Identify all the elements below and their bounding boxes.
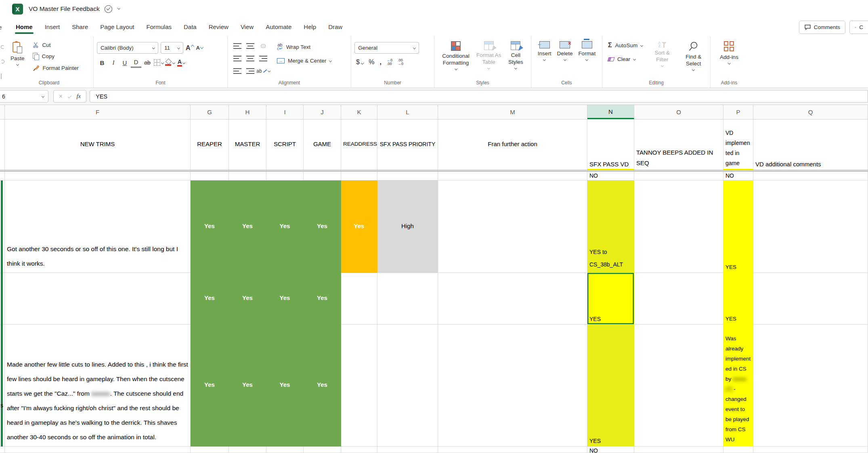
cell-K-row1[interactable]: Yes	[341, 180, 377, 273]
tab-draw[interactable]: Draw	[322, 19, 348, 35]
align-bottom-button[interactable]	[261, 44, 266, 48]
cell-O-header[interactable]: TANNOY BEEPS ADDED IN SEQ	[634, 120, 723, 170]
column-header-N[interactable]: N	[587, 105, 634, 119]
borders-button[interactable]	[153, 57, 164, 68]
paste-button[interactable]: Paste	[8, 40, 27, 78]
cell-N-row1[interactable]: YES to CS_38b_ALT	[587, 180, 634, 273]
cell-M-subheader[interactable]	[438, 172, 587, 180]
cell-L-header[interactable]: SFX PASS PRIORITY	[377, 120, 438, 170]
cell-H-row1[interactable]: Yes	[229, 180, 266, 273]
cell-J-subheader[interactable]	[304, 172, 341, 180]
cell-margin-header[interactable]	[0, 120, 5, 170]
cell-P-subheader[interactable]: NO	[723, 172, 753, 180]
cell-Q-header[interactable]: VD additional comments	[753, 120, 868, 170]
cell-P-row3[interactable]: Was already implemented in CS by xxxxx (…	[723, 325, 753, 447]
orientation-button[interactable]: ab	[256, 68, 270, 74]
cell-N-row3[interactable]: YES	[587, 325, 634, 447]
insert-cells-button[interactable]: ← Insert	[535, 40, 554, 78]
find-select-button[interactable]: Find & Select	[680, 40, 707, 78]
cell-F-row2[interactable]	[5, 273, 191, 325]
font-color-button[interactable]: A	[176, 57, 187, 68]
align-right-button[interactable]	[259, 55, 267, 62]
chevron-down-icon[interactable]	[117, 7, 120, 10]
formula-input[interactable]: YES	[90, 90, 868, 103]
increase-font-button[interactable]: A	[186, 44, 194, 52]
document-title[interactable]: VO Master File Feedback	[29, 5, 100, 13]
increase-indent-button[interactable]	[246, 68, 254, 74]
cell-Q-row3[interactable]	[753, 325, 868, 447]
cell-I-row2[interactable]: Yes	[266, 273, 304, 325]
comments-button[interactable]: Comments	[799, 21, 845, 34]
name-box[interactable]: 6	[0, 90, 48, 103]
column-header-Q[interactable]: Q	[753, 105, 868, 119]
cut-button[interactable]: Cut	[31, 40, 80, 49]
cell-I-row1[interactable]: Yes	[266, 180, 304, 273]
cell-P-row1[interactable]: YES	[723, 180, 753, 273]
cell-N-row2[interactable]: YES	[587, 273, 634, 325]
column-header-P[interactable]: P	[723, 105, 753, 119]
tab-automate[interactable]: Automate	[260, 19, 298, 35]
align-top-button[interactable]	[233, 43, 241, 49]
percent-button[interactable]: %	[369, 59, 374, 66]
cell-K-row4[interactable]	[341, 447, 377, 453]
column-header-O[interactable]: O	[634, 105, 723, 119]
comma-style-button[interactable]: ,	[380, 60, 382, 64]
tab-help[interactable]: Help	[298, 19, 322, 35]
column-header-M[interactable]: M	[438, 105, 587, 119]
cell-L-row2[interactable]	[377, 273, 438, 325]
cell-F-subheader[interactable]	[5, 172, 191, 180]
tab-view[interactable]: View	[235, 19, 260, 35]
align-center-button[interactable]	[246, 55, 254, 62]
cell-G-row3[interactable]: Yes	[191, 325, 229, 447]
number-format-select[interactable]: General	[354, 42, 419, 54]
cell-F-row3[interactable]: Made another few little cuts to lines. A…	[5, 325, 191, 447]
sort-filter-button[interactable]: AZ Sort & Filter	[650, 40, 674, 78]
cell-Q-row2[interactable]	[753, 273, 868, 325]
font-size-select[interactable]: 11	[161, 42, 183, 54]
tab-insert[interactable]: Insert	[39, 19, 66, 35]
wrap-text-button[interactable]: abc↵ Wrap Text	[275, 42, 333, 52]
decrease-indent-button[interactable]	[233, 68, 241, 74]
column-header-G[interactable]: G	[191, 105, 229, 119]
strikethrough-button[interactable]: ab	[142, 57, 153, 68]
column-header-I[interactable]: I	[266, 105, 304, 119]
cell-O-row3[interactable]	[634, 325, 723, 447]
tab-formulas[interactable]: Formulas	[140, 19, 178, 35]
cell-H-header[interactable]: MASTER	[229, 120, 266, 170]
cell-J-row1[interactable]: Yes	[304, 180, 341, 273]
cell-H-subheader[interactable]	[229, 172, 266, 180]
cell-N-header[interactable]: SFX PASS VD	[587, 120, 634, 170]
cell-I-row4[interactable]	[266, 447, 304, 453]
cell-Q-row4[interactable]	[753, 447, 868, 453]
column-header-F[interactable]: F	[5, 105, 191, 119]
underline-button[interactable]: U	[120, 57, 130, 68]
format-as-table-button[interactable]: Format As Table	[474, 40, 504, 78]
clear-button[interactable]: Clear	[606, 55, 644, 63]
cell-H-row3[interactable]: Yes	[229, 325, 266, 447]
align-left-button[interactable]	[233, 55, 241, 62]
bold-button[interactable]: B	[97, 57, 107, 68]
cell-G-subheader[interactable]	[191, 172, 229, 180]
cell-M-header[interactable]: Fran further action	[438, 120, 587, 170]
cell-I-subheader[interactable]	[266, 172, 304, 180]
cell-P-row2[interactable]: YES	[723, 273, 753, 325]
cell-margin-subheader[interactable]	[0, 172, 5, 180]
cell-J-row2[interactable]: Yes	[304, 273, 341, 325]
column-header-L[interactable]: L	[377, 105, 438, 119]
cell-Q-row1[interactable]	[753, 180, 868, 273]
format-painter-button[interactable]: Format Painter	[31, 63, 80, 72]
column-header-K[interactable]: K	[341, 105, 377, 119]
cancel-icon[interactable]: ×	[59, 93, 63, 100]
cell-I-header[interactable]: SCRIPT	[266, 120, 304, 170]
tab-page-layout[interactable]: Page Layout	[94, 19, 140, 35]
cell-I-row3[interactable]: Yes	[266, 325, 304, 447]
insert-function-icon[interactable]: fx	[76, 93, 81, 100]
align-middle-button[interactable]	[246, 43, 254, 49]
cell-G-row2[interactable]: Yes	[191, 273, 229, 325]
cell-J-row4[interactable]	[304, 447, 341, 453]
cell-M-row4[interactable]	[438, 447, 587, 453]
cell-L-row1[interactable]: High	[377, 180, 438, 273]
cell-styles-button[interactable]: Cell Styles	[506, 40, 526, 78]
cell-K-header[interactable]: READDRESS	[341, 120, 377, 170]
increase-decimal-button[interactable]: ←0.00	[387, 59, 392, 66]
